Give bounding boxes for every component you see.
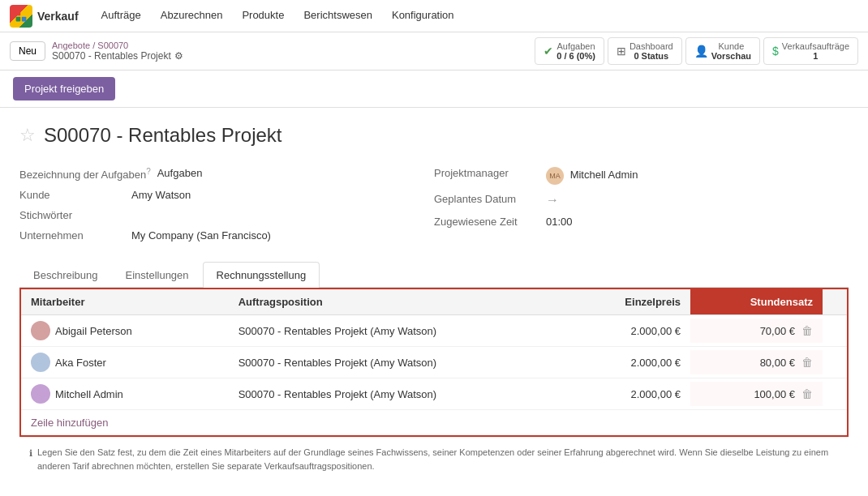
avatar-1: [31, 353, 50, 372]
field-label-stichwoerter: Stichwörter: [19, 209, 125, 221]
breadcrumb-title-text: S00070 - Rentables Projekt: [52, 50, 171, 62]
new-button[interactable]: Neu: [10, 41, 45, 61]
avatar-0: [31, 321, 50, 340]
aufgaben-label: Aufgaben: [556, 41, 595, 51]
svg-point-4: [37, 324, 45, 332]
field-value-unternehmen: My Company (San Francisco): [131, 229, 271, 242]
col-header-auftragsposition: Auftragsposition: [229, 289, 531, 314]
aufgaben-stat-button[interactable]: ✔ Aufgaben 0 / 6 (0%): [535, 37, 604, 65]
info-text: ℹ Legen Sie den Satz fest, zu dem die Ze…: [19, 437, 849, 481]
kunde-stat-button[interactable]: 👤 Kunde Vorschau: [685, 37, 760, 65]
field-value-geplantes-datum[interactable]: →: [546, 193, 559, 207]
check-icon: ✔: [544, 45, 553, 58]
add-row-button[interactable]: Zeile hinzufügen: [21, 410, 847, 435]
nav-produkte[interactable]: Produkte: [232, 0, 294, 32]
breadcrumb-links: Angebote / S00070 S00070 - Rentables Pro…: [52, 41, 183, 62]
breadcrumb-s00070[interactable]: S00070: [97, 41, 128, 50]
field-projektmanager: Projektmanager MA Mitchell Admin: [434, 163, 849, 189]
breadcrumb-path: Angebote / S00070: [52, 41, 183, 50]
employee-name-1: Aka Foster: [55, 357, 106, 369]
col-auftragsposition-1: S00070 - Rentables Projekt (Amy Watson): [229, 351, 531, 374]
action-row: Projekt freigeben: [0, 71, 868, 108]
col-einzelpreis-0: 2.000,00 €: [530, 319, 690, 343]
fields-right: Projektmanager MA Mitchell Admin Geplant…: [434, 163, 849, 246]
verkauf-value: 1: [782, 51, 849, 61]
brand: Verkauf: [10, 5, 79, 28]
col-mitarbeiter-2: Mitchell Admin: [21, 378, 229, 409]
col-stundensatz-2: 100,00 € 🗑: [690, 382, 823, 406]
verkauf-stat-button[interactable]: $ Verkaufsaufträge 1: [763, 37, 858, 65]
settings-icon[interactable]: ⚙: [174, 50, 183, 62]
verkauf-stat-info: Verkaufsaufträge 1: [782, 41, 849, 61]
svg-rect-2: [16, 16, 21, 21]
tab-rechnungsstellung[interactable]: Rechnungsstellung: [203, 262, 320, 288]
col-auftragsposition-2: S00070 - Rentables Projekt (Amy Watson): [229, 383, 531, 406]
field-label-bezeichnung: Bezeichnung der Aufgaben?: [19, 167, 151, 181]
dashboard-label: Dashboard: [630, 41, 673, 51]
field-kunde: Kunde Amy Watson: [19, 185, 434, 205]
nav-abzurechnen[interactable]: Abzurechnen: [151, 0, 233, 32]
col-stundensatz-1: 80,00 € 🗑: [690, 350, 823, 374]
field-bezeichnung: Bezeichnung der Aufgaben? Aufgaben: [19, 163, 434, 185]
tabs-row: Beschreibung Einstellungen Rechnungsstel…: [19, 262, 849, 288]
brand-icon: [10, 5, 32, 28]
avatar-2: [31, 384, 50, 404]
col-stundensatz-0: 70,00 € 🗑: [690, 319, 823, 343]
delete-icon-0[interactable]: 🗑: [801, 324, 813, 337]
top-navigation: Verkauf Aufträge Abzurechnen Produkte Be…: [0, 0, 868, 32]
dollar-icon: $: [772, 45, 779, 58]
field-value-kunde[interactable]: Amy Watson: [131, 189, 191, 201]
fields-left: Bezeichnung der Aufgaben? Aufgaben Kunde…: [19, 163, 434, 246]
employee-name-2: Mitchell Admin: [55, 388, 123, 400]
kunde-label: Kunde: [711, 41, 751, 51]
table-row: Abigail Peterson S00070 - Rentables Proj…: [21, 315, 847, 347]
col-header-del: [823, 289, 847, 314]
breadcrumb-title: S00070 - Rentables Projekt ⚙: [52, 50, 183, 62]
col-einzelpreis-2: 2.000,00 €: [530, 383, 690, 406]
field-label-kunde: Kunde: [19, 189, 125, 201]
delete-icon-1[interactable]: 🗑: [801, 356, 813, 369]
field-unternehmen: Unternehmen My Company (San Francisco): [19, 225, 434, 246]
tab-beschreibung[interactable]: Beschreibung: [19, 262, 112, 288]
nav-auftraege[interactable]: Aufträge: [92, 0, 151, 32]
col-header-einzelpreis: Einzelpreis: [530, 289, 690, 314]
col-header-mitarbeiter: Mitarbeiter: [21, 289, 229, 314]
table-row: Mitchell Admin S00070 - Rentables Projek…: [21, 378, 847, 410]
dashboard-stat-info: Dashboard 0 Status: [630, 41, 673, 61]
field-label-zugewiesene-zeit: Zugewiesene Zeit: [434, 216, 539, 228]
nav-konfiguration[interactable]: Konfiguration: [382, 0, 464, 32]
tab-einstellungen[interactable]: Einstellungen: [112, 262, 203, 288]
field-value-zugewiesene-zeit: 01:00: [546, 216, 573, 228]
freigeben-button[interactable]: Projekt freigeben: [13, 77, 115, 100]
dashboard-value: 0 Status: [630, 51, 673, 61]
star-icon[interactable]: ☆: [19, 125, 36, 146]
col-mitarbeiter-1: Aka Foster: [21, 347, 229, 378]
breadcrumb-right: ✔ Aufgaben 0 / 6 (0%) ⊞ Dashboard 0 Stat…: [535, 37, 858, 65]
col-del-0: [823, 325, 847, 336]
kunde-value: Vorschau: [711, 51, 751, 61]
col-del-2: [823, 388, 847, 400]
delete-icon-2[interactable]: 🗑: [801, 387, 813, 400]
col-mitarbeiter-0: Abigail Peterson: [21, 315, 229, 346]
main-content: ☆ S00070 - Rentables Projekt Bezeichnung…: [0, 108, 868, 496]
field-value-bezeichnung: Aufgaben: [157, 167, 203, 179]
svg-point-6: [37, 387, 45, 396]
nav-berichtswesen[interactable]: Berichtswesen: [294, 0, 382, 32]
field-stichwoerter: Stichwörter: [19, 205, 434, 225]
employee-name-0: Abigail Peterson: [55, 325, 132, 337]
billing-table: Mitarbeiter Auftragsposition Einzelpreis…: [19, 288, 849, 437]
project-title: S00070 - Rentables Projekt: [44, 124, 282, 147]
dashboard-icon: ⊞: [617, 45, 626, 58]
aufgaben-stat-info: Aufgaben 0 / 6 (0%): [556, 41, 595, 61]
field-value-projektmanager: MA Mitchell Admin: [546, 167, 638, 185]
table-row: Aka Foster S00070 - Rentables Projekt (A…: [21, 347, 847, 378]
kunde-icon: 👤: [694, 45, 708, 58]
fields-grid: Bezeichnung der Aufgaben? Aufgaben Kunde…: [19, 163, 849, 246]
svg-rect-0: [16, 11, 21, 15]
col-einzelpreis-1: 2.000,00 €: [530, 351, 690, 374]
breadcrumb-row: Neu Angebote / S00070 S00070 - Rentables…: [0, 32, 868, 71]
dashboard-stat-button[interactable]: ⊞ Dashboard 0 Status: [608, 37, 682, 65]
field-label-geplantes-datum: Geplantes Datum: [434, 193, 539, 205]
svg-point-5: [37, 356, 45, 364]
breadcrumb-angebote[interactable]: Angebote: [52, 41, 90, 50]
